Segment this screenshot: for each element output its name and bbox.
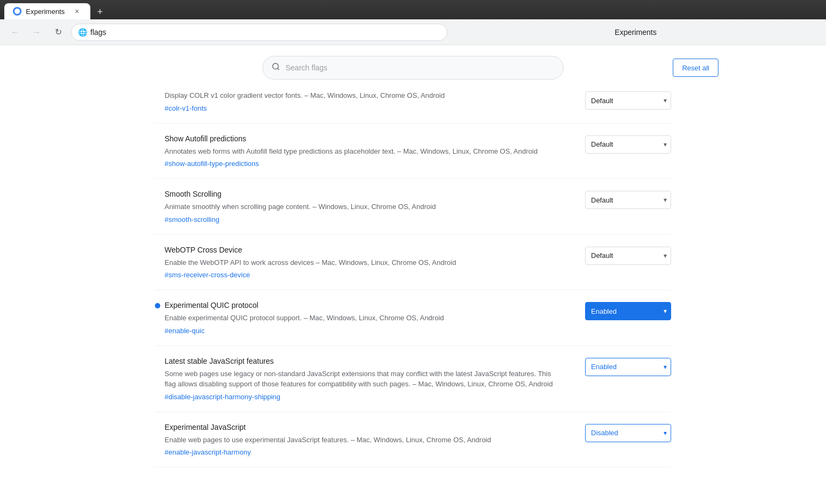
flag-select[interactable]: Enabled Default Disabled <box>585 302 671 320</box>
active-tab[interactable]: Experiments × <box>4 3 90 19</box>
reset-all-button[interactable]: Reset all <box>673 59 718 77</box>
flag-name: Latest stable JavaScript features <box>165 357 564 365</box>
flag-name: Experimental QUIC protocol <box>165 301 564 309</box>
address-text: flags <box>90 28 106 37</box>
browser-tab-bar: Experiments × + <box>0 0 826 19</box>
flag-item-smooth-scrolling: Smooth Scrolling Animate smoothly when s… <box>155 179 671 235</box>
flag-description: Annotates web forms with Autofill field … <box>165 146 564 157</box>
flag-anchor[interactable]: #colr-v1-fonts <box>165 104 207 112</box>
svg-point-0 <box>15 9 20 14</box>
flag-select[interactable]: Default Enabled Disabled <box>585 247 671 265</box>
search-box[interactable] <box>262 56 564 80</box>
flag-item-show-autofill: Show Autofill predictions Annotates web … <box>155 124 671 179</box>
new-tab-button[interactable]: + <box>92 4 108 19</box>
refresh-button[interactable]: ↻ <box>49 24 67 41</box>
flag-select[interactable]: Default Enabled Disabled <box>585 135 671 154</box>
flag-select[interactable]: Default Enabled Disabled <box>585 91 671 110</box>
flag-name: Smooth Scrolling <box>165 190 564 198</box>
enabled-indicator <box>155 303 160 308</box>
flag-description: Enable experimental QUIC protocol suppor… <box>165 313 564 323</box>
flag-select-wrapper-enabled-light[interactable]: Enabled Default Disabled ▾ <box>585 358 671 376</box>
flag-info: WebOTP Cross Device Enable the WebOTP AP… <box>165 246 585 279</box>
flag-item-webotp: WebOTP Cross Device Enable the WebOTP AP… <box>155 235 671 291</box>
flag-info: Experimental JavaScript Enable web pages… <box>165 423 585 457</box>
flag-control: Default Enabled Disabled ▾ <box>585 91 671 110</box>
main-content: Reset all Display COLR v1 color gradient… <box>0 45 826 504</box>
tab-title: Experiments <box>26 8 65 16</box>
flag-name: Experimental JavaScript <box>165 423 564 431</box>
flag-item-quic: Experimental QUIC protocol Enable experi… <box>155 290 671 346</box>
flag-select[interactable]: Default Enabled Disabled <box>585 191 671 209</box>
flag-info: Smooth Scrolling Animate smoothly when s… <box>165 190 585 224</box>
flag-info: Display COLR v1 color gradient vector fo… <box>165 90 585 112</box>
flag-control: Default Enabled Disabled ▾ <box>585 135 671 154</box>
forward-button[interactable]: → <box>28 24 45 41</box>
flag-select-wrapper[interactable]: Default Enabled Disabled ▾ <box>585 135 671 154</box>
flag-description: Animate smoothly when scrolling page con… <box>165 201 564 212</box>
flag-select-wrapper[interactable]: Default Enabled Disabled ▾ <box>585 191 671 209</box>
tab-favicon <box>13 7 22 16</box>
flags-list: Display COLR v1 color gradient vector fo… <box>69 80 757 478</box>
svg-line-2 <box>277 68 279 70</box>
flag-select-wrapper[interactable]: Default Enabled Disabled ▾ <box>585 247 671 265</box>
flag-name: Show Autofill predictions <box>165 134 564 143</box>
flag-anchor[interactable]: #enable-quic <box>165 327 204 335</box>
search-input[interactable] <box>286 63 554 72</box>
flag-select[interactable]: Disabled Default Enabled <box>585 424 671 442</box>
flag-anchor[interactable]: #smooth-scrolling <box>165 215 219 224</box>
tab-strip: Experiments × + <box>4 0 108 19</box>
flag-select-wrapper-enabled[interactable]: Enabled Default Disabled ▾ <box>585 302 671 320</box>
flag-control: Default Enabled Disabled ▾ <box>585 247 671 265</box>
search-icon <box>272 62 280 73</box>
flag-control: Enabled Default Disabled ▾ <box>585 358 671 376</box>
flag-anchor[interactable]: #show-autofill-type-predictions <box>165 160 259 168</box>
address-bar[interactable]: 🌐 flags <box>71 24 447 41</box>
flag-info: Latest stable JavaScript features Some w… <box>165 357 585 401</box>
flag-item-colr-v1-fonts: Display COLR v1 color gradient vector fo… <box>155 90 671 124</box>
tab-close-button[interactable]: × <box>72 6 82 16</box>
globe-icon: 🌐 <box>78 28 87 37</box>
page-title: Experiments <box>452 28 820 37</box>
back-button[interactable]: ← <box>6 24 24 41</box>
flag-select-wrapper[interactable]: Default Enabled Disabled ▾ <box>585 91 671 110</box>
search-area: Reset all <box>0 45 826 80</box>
flag-item-js-experimental: Experimental JavaScript Enable web pages… <box>155 412 671 468</box>
flag-item-js-latest: Latest stable JavaScript features Some w… <box>155 346 671 412</box>
flag-description: Some web pages use legacy or non-standar… <box>165 369 564 390</box>
flag-anchor[interactable]: #enable-javascript-harmony <box>165 448 251 456</box>
navigation-bar: ← → ↻ 🌐 flags Experiments <box>0 19 826 45</box>
flag-select-wrapper-disabled[interactable]: Disabled Default Enabled ▾ <box>585 424 671 442</box>
flag-control: Disabled Default Enabled ▾ <box>585 424 671 442</box>
flag-description: Enable web pages to use experimental Jav… <box>165 435 564 445</box>
flag-description: Enable the WebOTP API to work across dev… <box>165 257 564 268</box>
flag-info: Experimental QUIC protocol Enable experi… <box>165 301 585 335</box>
flag-control: Default Enabled Disabled ▾ <box>585 191 671 209</box>
flag-anchor[interactable]: #sms-receiver-cross-device <box>165 271 250 279</box>
svg-point-1 <box>273 63 279 69</box>
flag-name: WebOTP Cross Device <box>165 246 564 254</box>
flag-control: Enabled Default Disabled ▾ <box>585 302 671 320</box>
flag-info: Show Autofill predictions Annotates web … <box>165 134 585 168</box>
flag-anchor[interactable]: #disable-javascript-harmony-shipping <box>165 393 280 401</box>
flag-description: Display COLR v1 color gradient vector fo… <box>165 90 564 101</box>
flag-select[interactable]: Enabled Default Disabled <box>585 358 671 376</box>
